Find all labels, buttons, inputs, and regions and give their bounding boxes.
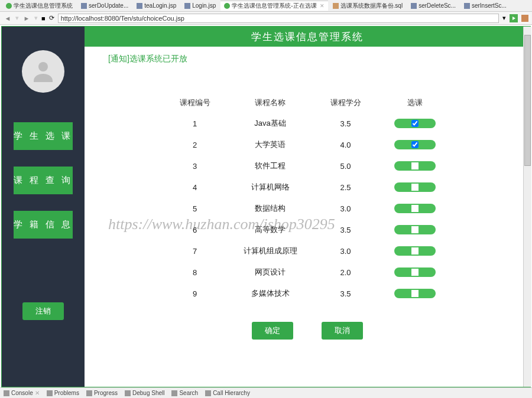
tab-label: 学生选课信息管理系统	[14, 2, 73, 10]
table-row: 4计算机网络2.5	[163, 177, 452, 198]
status-tab[interactable]: Progress	[86, 390, 118, 396]
course-checkbox-wrap[interactable]	[394, 182, 436, 192]
ide-tab[interactable]: 学生选课信息管理系统-正在选课✕	[220, 1, 327, 11]
status-label: Debug Shell	[132, 390, 164, 396]
cell-name: 网页设计	[227, 262, 314, 283]
logout-button[interactable]: 注销	[22, 302, 64, 320]
course-checkbox-wrap[interactable]	[394, 225, 436, 234]
cell-credit: 3.0	[314, 198, 378, 219]
cell-name: Java基础	[227, 113, 314, 134]
view-icon	[4, 390, 9, 396]
course-checkbox-wrap[interactable]	[394, 267, 436, 277]
course-checkbox[interactable]	[411, 205, 419, 212]
course-checkbox[interactable]	[411, 120, 419, 127]
avatar	[22, 50, 64, 93]
ide-status-bar: Console ✕ProblemsProgressDebug ShellSear…	[0, 387, 532, 398]
course-checkbox-wrap[interactable]	[394, 140, 436, 149]
course-checkbox-wrap[interactable]	[394, 161, 436, 171]
tab-label: 选课系统数据库备份.sql	[340, 2, 403, 10]
course-checkbox[interactable]	[411, 184, 419, 191]
close-icon[interactable]: ✕	[320, 3, 325, 9]
cell-credit: 2.5	[314, 177, 378, 198]
go-button[interactable]	[510, 14, 518, 22]
view-icon	[205, 390, 211, 396]
course-checkbox[interactable]	[411, 141, 419, 148]
status-label: Search	[179, 390, 198, 396]
file-icon	[464, 3, 470, 9]
status-tab[interactable]: Console ✕	[4, 390, 40, 396]
course-checkbox[interactable]	[411, 290, 419, 297]
file-icon	[184, 3, 190, 9]
status-label: Console	[11, 390, 33, 396]
tab-label: teaLogin.jsp	[144, 2, 176, 9]
status-tab[interactable]: Debug Shell	[125, 390, 164, 396]
close-icon[interactable]: ✕	[35, 390, 40, 396]
cell-select	[378, 283, 452, 304]
table-row: 3软件工程5.0	[163, 155, 452, 177]
ide-tab[interactable]: teaLogin.jsp	[133, 2, 180, 9]
svg-point-0	[38, 62, 48, 71]
back-button[interactable]: ◄	[4, 14, 12, 22]
sidebar-nav-item[interactable]: 学 籍 信 息	[14, 211, 73, 239]
vertical-scrollbar[interactable]	[523, 27, 531, 387]
table-row: 7计算机组成原理3.0	[163, 240, 452, 262]
status-tab[interactable]: Search	[171, 390, 198, 396]
cancel-button[interactable]: 取消	[322, 322, 363, 340]
tab-label: serInsertSc...	[472, 2, 507, 9]
cell-name: 数据结构	[227, 198, 314, 219]
cell-id: 9	[163, 283, 227, 304]
cell-id: 4	[163, 177, 227, 198]
view-icon	[47, 390, 53, 396]
sidebar-nav-item[interactable]: 课 程 查 询	[14, 167, 73, 194]
cell-id: 7	[163, 240, 227, 262]
ide-tab[interactable]: serDeleteSc...	[407, 2, 459, 9]
tool-icon[interactable]	[521, 15, 528, 22]
course-checkbox-wrap[interactable]	[394, 289, 436, 298]
cell-id: 1	[163, 113, 227, 134]
ide-tab[interactable]: Login.jsp	[181, 2, 219, 9]
cell-name: 高等数学	[227, 219, 314, 240]
column-header: 课程编号	[163, 93, 227, 113]
column-header: 课程学分	[314, 93, 378, 113]
course-checkbox[interactable]	[411, 247, 419, 255]
table-row: 9多媒体技术3.5	[163, 283, 452, 304]
course-checkbox-wrap[interactable]	[394, 246, 436, 256]
cell-id: 5	[163, 198, 227, 219]
table-row: 6高等数学3.5	[163, 219, 452, 240]
url-input[interactable]	[58, 14, 499, 23]
sidebar: 学 生 选 课课 程 查 询学 籍 信 息 注销	[2, 27, 85, 387]
file-icon	[333, 3, 339, 9]
cell-select	[378, 198, 452, 219]
status-label: Call Hierarchy	[213, 390, 250, 396]
cell-id: 8	[163, 262, 227, 283]
ok-button[interactable]: 确定	[252, 322, 293, 340]
cell-credit: 3.5	[314, 219, 378, 240]
ide-tab[interactable]: serInsertSc...	[460, 2, 510, 9]
ide-tab-bar: 学生选课信息管理系统serDoUpdate...teaLogin.jspLogi…	[0, 0, 532, 12]
ide-tab[interactable]: serDoUpdate...	[77, 2, 132, 9]
view-icon	[86, 390, 92, 396]
status-tab[interactable]: Problems	[47, 390, 79, 396]
tab-label: Login.jsp	[192, 2, 216, 9]
status-tab[interactable]: Call Hierarchy	[205, 390, 250, 396]
ide-tab[interactable]: 选课系统数据库备份.sql	[329, 1, 407, 11]
notice-text: [通知]选课系统已开放	[85, 47, 530, 69]
tab-label: serDoUpdate...	[89, 2, 128, 9]
forward-button[interactable]: ►	[22, 14, 31, 22]
course-checkbox[interactable]	[411, 269, 419, 276]
cell-id: 3	[163, 155, 227, 177]
cell-select	[378, 262, 452, 283]
course-checkbox[interactable]	[411, 226, 419, 233]
course-checkbox-wrap[interactable]	[394, 119, 436, 128]
course-checkbox-wrap[interactable]	[394, 204, 436, 213]
cell-name: 软件工程	[227, 155, 314, 177]
cell-select	[378, 155, 452, 177]
cell-credit: 3.0	[314, 240, 378, 262]
sidebar-nav-item[interactable]: 学 生 选 课	[14, 122, 73, 150]
column-header: 选课	[378, 93, 452, 113]
refresh-icon[interactable]: ⟳	[49, 14, 54, 22]
tab-label: serDeleteSc...	[419, 2, 456, 9]
stop-icon[interactable]: ■	[41, 15, 46, 22]
ide-tab[interactable]: 学生选课信息管理系统	[2, 1, 76, 11]
course-checkbox[interactable]	[411, 162, 419, 169]
